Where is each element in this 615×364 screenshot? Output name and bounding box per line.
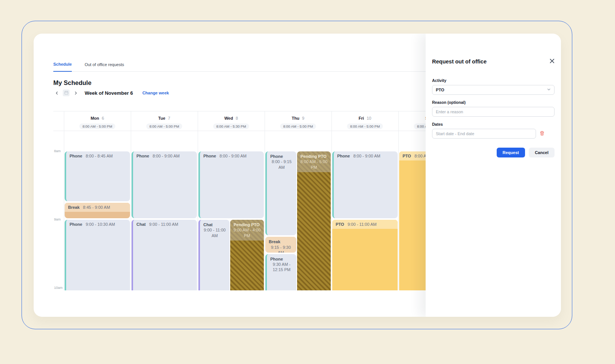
day-number: 9 [302, 116, 304, 120]
grid-column-divider [198, 111, 198, 290]
event-header: Phone8:00 - 9:00 AM [133, 151, 197, 160]
event-phone[interactable]: Phone8:00 - 9:15 AM [265, 151, 296, 235]
tab-bar: Schedule Out of office requests [53, 62, 124, 72]
grid-column-divider [332, 111, 332, 290]
event-phone[interactable]: Phone9:30 AM - 12:15 PM [265, 254, 296, 291]
grid-column-divider [64, 111, 64, 290]
change-week-link[interactable]: Change week [143, 91, 169, 95]
event-label: Phone [203, 154, 216, 158]
dates-input[interactable] [432, 129, 536, 139]
event-label: Phone [136, 154, 149, 158]
close-button[interactable] [550, 59, 555, 65]
request-button[interactable]: Request [497, 148, 525, 157]
event-time: 8:45 - 9:00 AM [83, 205, 110, 210]
event-phone[interactable]: Phone8:00 - 9:00 AM [332, 151, 398, 218]
event-label: PTO [336, 222, 344, 227]
event-header: Break9:15 - 9:30 AM [265, 237, 296, 252]
event-header: Phone8:00 - 8:45 AM [66, 151, 130, 160]
cancel-button[interactable]: Cancel [529, 148, 555, 157]
day-header: Mon68:00 AM - 5:00 PM [64, 111, 131, 131]
day-header: Thu98:00 AM - 5:00 PM [265, 111, 332, 131]
tab-out-of-office-requests[interactable]: Out of office requests [85, 62, 124, 72]
time-label: 10am [54, 286, 63, 290]
event-label: Phone [269, 256, 294, 262]
activity-select[interactable]: PTO [432, 85, 555, 95]
day-number: 10 [367, 116, 371, 120]
week-navigation: Week of November 6 Change week [53, 89, 169, 96]
day-working-hours: 8:00 AM - 5:00 PM [146, 123, 182, 129]
chevron-right-icon [74, 90, 77, 96]
event-pending[interactable]: Pending PTO8:00 AM - 5:00 PM [297, 151, 331, 290]
day-name: Wed [224, 116, 233, 120]
event-time: 8:00 - 8:45 AM [86, 154, 113, 158]
reason-input[interactable] [432, 107, 555, 117]
event-time: 8:00 AM - 5:00 PM [301, 159, 328, 169]
grid-column-divider [265, 111, 265, 290]
event-time: 8:00 - 9:00 AM [220, 154, 247, 158]
event-label: Pending PTO [232, 222, 262, 227]
day-number: 7 [168, 116, 170, 120]
day-working-hours: 8:00 AM - 5:00 PM [347, 123, 383, 129]
event-chat[interactable]: Chat9:00 - 11:00 AM [132, 220, 197, 290]
calendar-icon [64, 90, 68, 96]
app-card: Schedule Out of office requests My Sched… [34, 34, 561, 317]
event-label: Break [68, 205, 80, 210]
event-time: 9:00 - 11:00 AM [347, 222, 376, 227]
event-break[interactable]: Break9:15 - 9:30 AM [265, 237, 296, 252]
event-pending[interactable]: Pending PTO9:00 AM - 4:00 PM [230, 220, 264, 290]
event-break[interactable]: Break8:45 - 9:00 AM [65, 203, 130, 218]
event-time: 9:00 - 10:30 AM [86, 222, 115, 227]
event-phone[interactable]: Phone8:00 - 9:00 AM [198, 151, 264, 218]
today-button[interactable] [63, 89, 70, 96]
time-label: 9am [54, 217, 61, 221]
event-header: Phone9:30 AM - 12:15 PM [267, 254, 296, 275]
event-label: PTO [403, 154, 411, 158]
grid-column-divider [398, 111, 399, 290]
event-label: Pending PTO [299, 154, 328, 159]
day-header: Tue78:00 AM - 5:00 PM [131, 111, 198, 131]
event-time: 9:00 - 11:00 AM [149, 222, 178, 227]
calendar-header-row: Mon68:00 AM - 5:00 PMTue78:00 AM - 5:00 … [53, 111, 465, 131]
activity-selected-value: PTO [436, 88, 444, 92]
event-header: Phone8:00 - 9:00 AM [200, 151, 264, 160]
grid-column-divider [131, 111, 131, 290]
week-label: Week of November 6 [85, 90, 133, 96]
event-phone[interactable]: Phone8:00 - 9:00 AM [132, 151, 197, 218]
day-working-hours: 8:00 AM - 5:30 PM [213, 123, 249, 129]
event-label: Break [268, 239, 294, 244]
day-header: Wed88:00 AM - 5:30 PM [198, 111, 265, 131]
event-header: Pending PTO8:00 AM - 5:00 PM [297, 151, 331, 172]
tab-schedule[interactable]: Schedule [53, 62, 72, 72]
event-label: Chat [136, 222, 146, 227]
chevron-down-icon [547, 88, 551, 92]
day-number: 6 [102, 116, 104, 120]
event-header: Phone8:00 - 9:00 AM [334, 151, 398, 160]
delete-dates-button[interactable] [539, 131, 545, 137]
app-frame: Schedule Out of office requests My Sched… [22, 21, 572, 329]
event-time: 8:00 - 9:00 AM [353, 154, 381, 158]
day-name: Mon [91, 116, 99, 120]
event-label: Phone [337, 154, 350, 158]
previous-week-button[interactable] [53, 89, 60, 96]
event-header: Chat9:00 - 11:00 AM [200, 220, 229, 241]
event-label: Phone [70, 154, 82, 158]
calendar-grid: Mon68:00 AM - 5:00 PMTue78:00 AM - 5:00 … [53, 111, 465, 290]
time-label: 8am [54, 149, 61, 153]
trash-icon [539, 131, 545, 137]
day-name: Fri [359, 116, 364, 120]
event-time: 9:00 AM - 4:00 PM [234, 228, 261, 238]
event-pto[interactable]: PTO9:00 - 11:00 AM [332, 220, 398, 290]
event-header: PTO9:00 - 11:00 AM [332, 220, 398, 229]
day-header: Fri108:00 AM - 5:00 PM [332, 111, 398, 131]
event-header: Pending PTO9:00 AM - 4:00 PM [230, 220, 264, 241]
next-week-button[interactable] [72, 89, 79, 96]
day-working-hours: 8:00 AM - 5:00 PM [79, 123, 115, 129]
reason-label: Reason (optional) [432, 100, 555, 105]
event-header: Chat9:00 - 11:00 AM [133, 220, 197, 229]
event-phone[interactable]: Phone9:00 - 10:30 AM [65, 220, 130, 290]
event-chat[interactable]: Chat9:00 - 11:00 AM [198, 220, 229, 290]
event-phone[interactable]: Phone8:00 - 8:45 AM [65, 151, 130, 201]
chevron-left-icon [55, 90, 59, 96]
day-working-hours: 8:00 AM - 5:00 PM [280, 123, 316, 129]
event-time: 9:00 - 11:00 AM [204, 228, 226, 238]
